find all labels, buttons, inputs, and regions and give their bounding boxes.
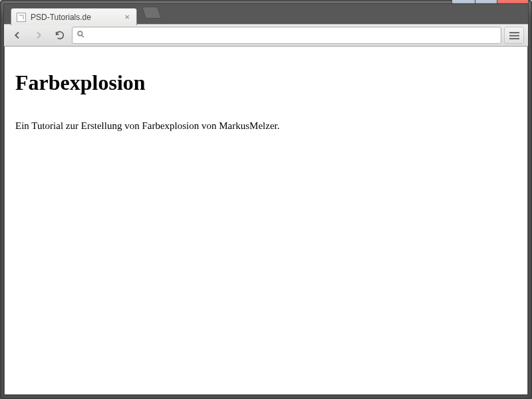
menu-button[interactable] [504, 27, 524, 44]
hamburger-icon [509, 31, 519, 40]
file-icon [17, 13, 26, 22]
reload-icon [55, 30, 65, 41]
address-bar[interactable] [72, 27, 501, 44]
back-icon [12, 30, 23, 41]
toolbar [4, 24, 528, 47]
browser-chrome: PSD-Tutorials.de × [3, 3, 529, 396]
svg-rect-3 [509, 38, 519, 39]
page-heading: Farbexplosion [15, 70, 517, 95]
new-tab-button[interactable] [142, 7, 162, 19]
svg-rect-1 [509, 32, 519, 33]
tab-strip: PSD-Tutorials.de × [4, 4, 528, 24]
search-icon [76, 30, 85, 41]
back-button[interactable] [8, 27, 27, 44]
os-window: – ✕ PSD-Tutorials.de × [0, 0, 532, 399]
url-input[interactable] [89, 30, 497, 41]
browser-chrome-inner: PSD-Tutorials.de × [3, 3, 529, 396]
browser-tab[interactable]: PSD-Tutorials.de × [11, 8, 137, 25]
reload-button[interactable] [51, 27, 69, 44]
page-content: Farbexplosion Ein Tutorial zur Erstellun… [5, 47, 527, 144]
svg-point-0 [78, 31, 82, 36]
page-viewport[interactable]: Farbexplosion Ein Tutorial zur Erstellun… [5, 47, 527, 394]
svg-rect-2 [509, 35, 519, 36]
forward-icon [33, 30, 44, 41]
tab-title: PSD-Tutorials.de [31, 13, 118, 22]
page-paragraph: Ein Tutorial zur Erstellung von Farbexpl… [15, 120, 517, 132]
forward-button[interactable] [29, 27, 48, 44]
tab-close-button[interactable]: × [123, 12, 131, 22]
